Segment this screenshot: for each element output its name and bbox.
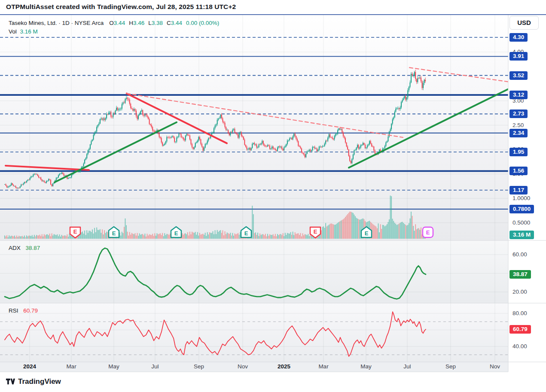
price-level-badge: 2.34 <box>509 129 528 137</box>
time-tick: Mar <box>59 363 83 370</box>
ohlc-value: 3.38 <box>152 20 163 26</box>
time-tick: May <box>102 363 126 370</box>
scale-label: 0.5000 <box>512 219 530 227</box>
adx-legend[interactable]: ADX 38.87 <box>9 245 40 251</box>
time-tick: 2024 <box>18 363 42 370</box>
svg-text:E: E <box>112 230 116 237</box>
ohlc-value: 3.44 <box>114 20 125 26</box>
svg-text:E: E <box>73 228 77 235</box>
price-level-badge: 2.73 <box>509 109 528 118</box>
time-tick: Jul <box>395 363 419 370</box>
adx-line <box>5 248 426 299</box>
svg-text:E: E <box>174 230 178 237</box>
svg-text:E: E <box>365 230 369 237</box>
currency-button[interactable]: USD <box>509 16 539 30</box>
volume-legend[interactable]: Vol 3.16 M <box>9 28 38 35</box>
volume-value: 3.16 M <box>20 28 38 35</box>
chart-canvas[interactable]: EEEEEEE <box>0 0 546 392</box>
earnings-marker[interactable]: E <box>423 227 433 237</box>
price-level-badge: 4.30 <box>509 33 528 42</box>
price-scale[interactable]: 4.003.002.502.001.501.00000.500060.0020.… <box>508 15 546 372</box>
rsi-scale-label: 80.00 <box>512 310 527 317</box>
ohlc-value: 3.44 <box>171 20 182 26</box>
time-tick: Jul <box>143 363 167 370</box>
trendline-support-flat <box>6 166 89 170</box>
tradingview-logo-icon <box>5 377 15 386</box>
price-level-badge: 3.52 <box>509 71 528 80</box>
symbol-title: Taseko Mines, Ltd. · 1D · NYSE Arca <box>9 20 104 26</box>
price-levels <box>0 37 508 209</box>
rsi-legend[interactable]: RSI 60.79 <box>9 307 38 314</box>
price-level-badge: 1.56 <box>509 167 528 175</box>
price-level-badge: 0.7800 <box>509 205 534 213</box>
adx-badge: 38.87 <box>509 270 531 279</box>
adx-value: 38.87 <box>26 245 40 251</box>
ohlc-value: 3.46 <box>133 20 144 26</box>
ohlc-values: O3.44H3.46L3.38C3.440.00 (0.00%) <box>105 20 219 26</box>
scale-label: 2.50 <box>512 122 524 129</box>
scale-label: 1.0000 <box>512 194 530 202</box>
price-level-badge: 3.12 <box>509 91 528 99</box>
svg-text:E: E <box>426 229 430 236</box>
rsi-badge: 60.79 <box>509 325 531 334</box>
ohlc-key: H <box>129 20 133 26</box>
ohlc-key: C <box>167 20 171 26</box>
adx-scale-label: 20.00 <box>512 288 527 296</box>
trendline-downtrend-dashed-long <box>127 94 403 137</box>
ohlc-key: L <box>148 20 152 26</box>
time-tick: May <box>354 363 378 370</box>
price-level-badge: 3.91 <box>509 52 528 61</box>
rsi-value: 60.79 <box>23 307 38 314</box>
volume-badge: 3.16 M <box>509 231 534 239</box>
time-tick: Nov <box>231 363 255 370</box>
svg-text:E: E <box>314 228 317 235</box>
rsi-line <box>5 312 426 356</box>
rsi-label: RSI <box>9 307 18 314</box>
footer[interactable]: TradingView <box>5 377 61 386</box>
price-level-badge: 1.17 <box>509 186 528 194</box>
trendlines[interactable] <box>6 67 508 182</box>
time-tick: Nov <box>483 363 507 370</box>
adx-scale-label: 60.00 <box>512 251 527 258</box>
pane-separators <box>0 15 546 372</box>
earnings-marker[interactable]: E <box>109 227 119 237</box>
gridlines <box>0 15 508 362</box>
attribution-title: OTPMultiAsset created with TradingView.c… <box>6 3 236 11</box>
change-value: 0.00 (0.00%) <box>186 20 219 26</box>
time-tick: Sep <box>439 363 463 370</box>
time-tick: Sep <box>187 363 211 370</box>
rsi-scale-label: 40.00 <box>512 343 527 350</box>
price-level-badge: 1.95 <box>509 148 528 156</box>
volume-label: Vol <box>9 28 17 35</box>
adx-label: ADX <box>9 245 21 251</box>
earnings-marker[interactable]: E <box>171 227 181 237</box>
time-tick: 2025 <box>272 363 296 370</box>
footer-brand: TradingView <box>18 377 61 386</box>
ohlc-key: O <box>109 20 114 26</box>
symbol-legend[interactable]: Taseko Mines, Ltd. · 1D · NYSE ArcaO3.44… <box>9 20 219 26</box>
time-tick: Mar <box>311 363 336 370</box>
svg-text:E: E <box>244 230 248 237</box>
page: { "header": { "title": "OTPMultiAsset cr… <box>0 0 546 392</box>
